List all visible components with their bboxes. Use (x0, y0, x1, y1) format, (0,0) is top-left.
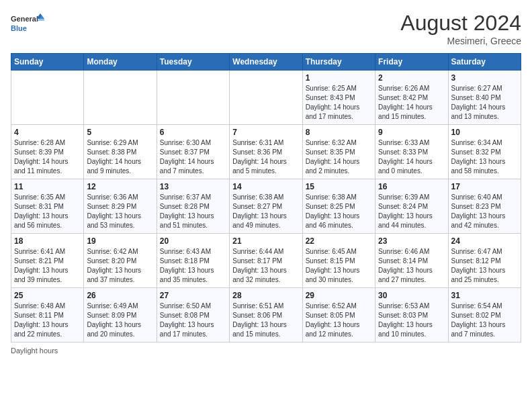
day-number: 5 (87, 128, 153, 137)
day-info: Sunrise: 6:25 AMSunset: 8:43 PMDaylight:… (306, 84, 372, 122)
calendar-cell: 24Sunrise: 6:47 AMSunset: 8:12 PMDayligh… (448, 234, 521, 288)
daylight-hours-label: Daylight hours (11, 347, 58, 355)
day-number: 27 (160, 291, 226, 300)
day-number: 22 (306, 236, 372, 246)
page-header: General Blue August 2024 Mesimeri, Greec… (11, 11, 521, 46)
day-number: 20 (160, 236, 226, 246)
day-number: 7 (232, 128, 299, 137)
calendar-header: SundayMondayTuesdayWednesdayThursdayFrid… (11, 54, 521, 71)
calendar-cell: 23Sunrise: 6:46 AMSunset: 8:14 PMDayligh… (375, 234, 448, 288)
day-number: 31 (451, 291, 518, 300)
calendar-cell: 11Sunrise: 6:35 AMSunset: 8:31 PMDayligh… (11, 179, 84, 234)
calendar-cell: 13Sunrise: 6:37 AMSunset: 8:28 PMDayligh… (157, 179, 229, 234)
day-info: Sunrise: 6:48 AMSunset: 8:11 PMDaylight:… (14, 302, 81, 339)
day-info: Sunrise: 6:31 AMSunset: 8:36 PMDaylight:… (232, 138, 299, 176)
day-info: Sunrise: 6:43 AMSunset: 8:18 PMDaylight:… (160, 247, 226, 285)
title-block: August 2024 Mesimeri, Greece (400, 11, 521, 46)
day-number: 30 (378, 291, 445, 300)
day-info: Sunrise: 6:28 AMSunset: 8:39 PMDaylight:… (14, 138, 81, 176)
day-number: 18 (14, 236, 81, 246)
day-of-week-header: Tuesday (157, 54, 229, 71)
day-info: Sunrise: 6:35 AMSunset: 8:31 PMDaylight:… (14, 193, 81, 230)
day-info: Sunrise: 6:29 AMSunset: 8:38 PMDaylight:… (87, 138, 153, 176)
calendar-cell (84, 71, 157, 125)
day-info: Sunrise: 6:38 AMSunset: 8:25 PMDaylight:… (306, 193, 372, 230)
day-number: 25 (14, 291, 81, 300)
day-number: 8 (306, 128, 372, 137)
calendar-cell: 20Sunrise: 6:43 AMSunset: 8:18 PMDayligh… (157, 234, 229, 288)
calendar-cell: 7Sunrise: 6:31 AMSunset: 8:36 PMDaylight… (230, 125, 302, 179)
day-number: 3 (451, 73, 518, 83)
day-headers-row: SundayMondayTuesdayWednesdayThursdayFrid… (11, 54, 521, 71)
day-info: Sunrise: 6:54 AMSunset: 8:02 PMDaylight:… (451, 302, 518, 339)
day-number: 28 (232, 291, 299, 300)
day-of-week-header: Thursday (302, 54, 375, 71)
calendar-body: 1Sunrise: 6:25 AMSunset: 8:43 PMDaylight… (11, 71, 521, 342)
day-of-week-header: Friday (375, 54, 448, 71)
day-info: Sunrise: 6:42 AMSunset: 8:20 PMDaylight:… (87, 247, 153, 285)
calendar-week-row: 11Sunrise: 6:35 AMSunset: 8:31 PMDayligh… (11, 179, 521, 234)
calendar-cell: 3Sunrise: 6:27 AMSunset: 8:40 PMDaylight… (448, 71, 521, 125)
calendar-cell: 31Sunrise: 6:54 AMSunset: 8:02 PMDayligh… (448, 288, 521, 342)
day-of-week-header: Wednesday (230, 54, 302, 71)
calendar-cell: 19Sunrise: 6:42 AMSunset: 8:20 PMDayligh… (84, 234, 157, 288)
calendar-cell: 14Sunrise: 6:38 AMSunset: 8:27 PMDayligh… (230, 179, 302, 234)
day-info: Sunrise: 6:51 AMSunset: 8:06 PMDaylight:… (232, 302, 299, 339)
day-info: Sunrise: 6:30 AMSunset: 8:37 PMDaylight:… (160, 138, 226, 176)
calendar-cell: 18Sunrise: 6:41 AMSunset: 8:21 PMDayligh… (11, 234, 84, 288)
day-number: 10 (451, 128, 518, 137)
calendar-cell: 21Sunrise: 6:44 AMSunset: 8:17 PMDayligh… (230, 234, 302, 288)
day-info: Sunrise: 6:40 AMSunset: 8:23 PMDaylight:… (451, 193, 518, 230)
day-number: 9 (378, 128, 445, 137)
day-of-week-header: Monday (84, 54, 157, 71)
calendar-cell: 12Sunrise: 6:36 AMSunset: 8:29 PMDayligh… (84, 179, 157, 234)
day-info: Sunrise: 6:41 AMSunset: 8:21 PMDaylight:… (14, 247, 81, 285)
footer-note: Daylight hours (11, 347, 521, 355)
location-subtitle: Mesimeri, Greece (400, 36, 521, 46)
calendar-week-row: 25Sunrise: 6:48 AMSunset: 8:11 PMDayligh… (11, 288, 521, 342)
day-number: 13 (160, 182, 226, 191)
day-info: Sunrise: 6:44 AMSunset: 8:17 PMDaylight:… (232, 247, 299, 285)
calendar-week-row: 4Sunrise: 6:28 AMSunset: 8:39 PMDaylight… (11, 125, 521, 179)
day-of-week-header: Saturday (448, 54, 521, 71)
day-info: Sunrise: 6:27 AMSunset: 8:40 PMDaylight:… (451, 84, 518, 122)
day-of-week-header: Sunday (11, 54, 84, 71)
calendar-cell: 2Sunrise: 6:26 AMSunset: 8:42 PMDaylight… (375, 71, 448, 125)
svg-text:General: General (11, 15, 38, 23)
calendar-cell: 10Sunrise: 6:34 AMSunset: 8:32 PMDayligh… (448, 125, 521, 179)
day-number: 11 (14, 182, 81, 191)
day-info: Sunrise: 6:39 AMSunset: 8:24 PMDaylight:… (378, 193, 445, 230)
day-number: 26 (87, 291, 153, 300)
day-info: Sunrise: 6:50 AMSunset: 8:08 PMDaylight:… (160, 302, 226, 339)
day-number: 6 (160, 128, 226, 137)
day-info: Sunrise: 6:52 AMSunset: 8:05 PMDaylight:… (306, 302, 372, 339)
logo-svg: General Blue (11, 11, 44, 38)
calendar-cell: 27Sunrise: 6:50 AMSunset: 8:08 PMDayligh… (157, 288, 229, 342)
calendar-cell: 9Sunrise: 6:33 AMSunset: 8:33 PMDaylight… (375, 125, 448, 179)
day-info: Sunrise: 6:26 AMSunset: 8:42 PMDaylight:… (378, 84, 445, 122)
day-info: Sunrise: 6:37 AMSunset: 8:28 PMDaylight:… (160, 193, 226, 230)
calendar-table: SundayMondayTuesdayWednesdayThursdayFrid… (11, 53, 521, 342)
day-info: Sunrise: 6:33 AMSunset: 8:33 PMDaylight:… (378, 138, 445, 176)
calendar-cell: 4Sunrise: 6:28 AMSunset: 8:39 PMDaylight… (11, 125, 84, 179)
calendar-cell: 25Sunrise: 6:48 AMSunset: 8:11 PMDayligh… (11, 288, 84, 342)
day-info: Sunrise: 6:46 AMSunset: 8:14 PMDaylight:… (378, 247, 445, 285)
day-info: Sunrise: 6:32 AMSunset: 8:35 PMDaylight:… (306, 138, 372, 176)
calendar-cell: 17Sunrise: 6:40 AMSunset: 8:23 PMDayligh… (448, 179, 521, 234)
day-number: 21 (232, 236, 299, 246)
day-number: 23 (378, 236, 445, 246)
svg-text:Blue: Blue (11, 24, 27, 32)
calendar-cell: 1Sunrise: 6:25 AMSunset: 8:43 PMDaylight… (302, 71, 375, 125)
day-info: Sunrise: 6:45 AMSunset: 8:15 PMDaylight:… (306, 247, 372, 285)
calendar-week-row: 1Sunrise: 6:25 AMSunset: 8:43 PMDaylight… (11, 71, 521, 125)
day-info: Sunrise: 6:36 AMSunset: 8:29 PMDaylight:… (87, 193, 153, 230)
day-number: 29 (306, 291, 372, 300)
day-number: 16 (378, 182, 445, 191)
calendar-cell: 22Sunrise: 6:45 AMSunset: 8:15 PMDayligh… (302, 234, 375, 288)
day-number: 2 (378, 73, 445, 83)
day-info: Sunrise: 6:38 AMSunset: 8:27 PMDaylight:… (232, 193, 299, 230)
month-year-title: August 2024 (400, 11, 521, 36)
day-info: Sunrise: 6:53 AMSunset: 8:03 PMDaylight:… (378, 302, 445, 339)
calendar-week-row: 18Sunrise: 6:41 AMSunset: 8:21 PMDayligh… (11, 234, 521, 288)
calendar-cell: 26Sunrise: 6:49 AMSunset: 8:09 PMDayligh… (84, 288, 157, 342)
